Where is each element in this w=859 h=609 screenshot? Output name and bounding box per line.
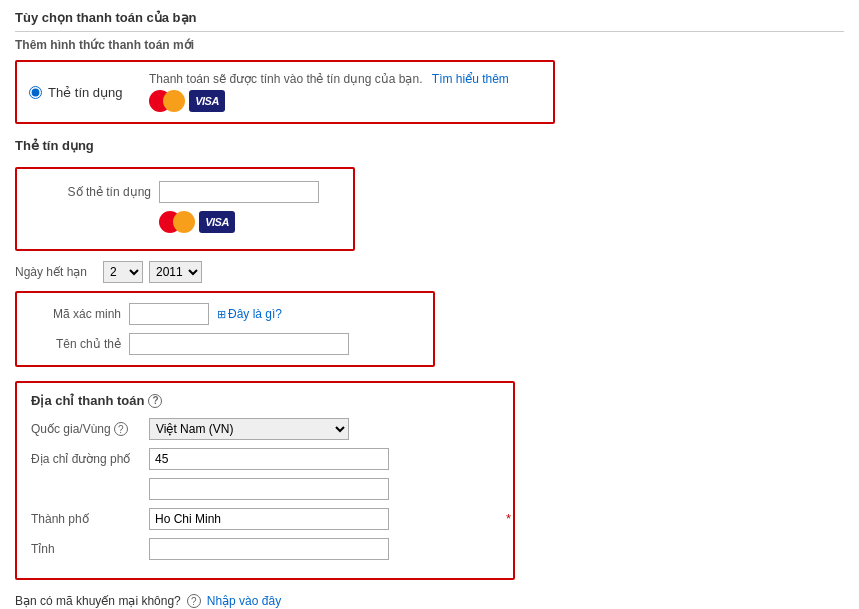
payment-desc-area: Thanh toán sẽ được tính vào thẻ tín dụng… xyxy=(149,72,541,112)
mc-right-circle xyxy=(163,90,185,112)
expiry-year-select[interactable]: 2011 2012 2013 2014 2015 2016 2017 2018 … xyxy=(149,261,202,283)
required-star: * xyxy=(506,511,511,526)
province-input[interactable] xyxy=(149,538,389,560)
country-row: Quốc gia/Vùng ? Việt Nam (VN) United Sta… xyxy=(31,418,499,440)
card-logos-row: VISA xyxy=(31,211,339,233)
promo-help-icon[interactable]: ? xyxy=(187,594,201,608)
expiry-month-select[interactable]: 1 2 3 4 5 6 7 8 9 10 11 12 xyxy=(103,261,143,283)
street-label: Địa chỉ đường phố xyxy=(31,452,141,466)
expiry-row: Ngày hết hạn 1 2 3 4 5 6 7 8 9 10 11 12 … xyxy=(15,261,844,283)
promo-row: Bạn có mã khuyến mại không? ? Nhập vào đ… xyxy=(15,594,844,608)
card-form-box: Số thẻ tín dụng VISA xyxy=(15,167,355,251)
cardholder-label: Tên chủ thẻ xyxy=(31,337,121,351)
expiry-label: Ngày hết hạn xyxy=(15,265,97,279)
credit-card-radio-label[interactable]: Thẻ tín dụng xyxy=(29,85,149,100)
learn-more-link[interactable]: Tìm hiểu thêm xyxy=(432,72,509,86)
card-icons: VISA xyxy=(149,90,541,112)
mc-right-2 xyxy=(173,211,195,233)
whats-this-link[interactable]: ⊞ Đây là gì? xyxy=(217,307,282,321)
mastercard-icon-form xyxy=(159,211,195,233)
divider-top xyxy=(15,31,844,32)
billing-section-title: Địa chỉ thanh toán xyxy=(31,393,144,408)
cardholder-row: Tên chủ thẻ xyxy=(31,333,419,355)
card-number-label: Số thẻ tín dụng xyxy=(31,185,151,199)
payment-option-box: Thẻ tín dụng Thanh toán sẽ được tính vào… xyxy=(15,60,555,124)
cardholder-input[interactable] xyxy=(129,333,349,355)
street-input-2[interactable] xyxy=(149,478,389,500)
card-number-input[interactable] xyxy=(159,181,319,203)
street-row-2 xyxy=(31,478,499,500)
billing-title-row: Địa chỉ thanh toán ? xyxy=(31,393,499,408)
province-label: Tỉnh xyxy=(31,542,141,556)
card-number-row: Số thẻ tín dụng xyxy=(31,181,339,203)
city-label: Thành phố xyxy=(31,512,141,526)
page-title: Tùy chọn thanh toán của bạn xyxy=(15,10,844,25)
whats-this-text: Đây là gì? xyxy=(228,307,282,321)
visa-icon: VISA xyxy=(189,90,225,112)
credit-card-section-title: Thẻ tín dụng xyxy=(15,138,844,153)
security-code-input[interactable] xyxy=(129,303,209,325)
country-label: Quốc gia/Vùng ? xyxy=(31,422,141,436)
city-row: Thành phố * xyxy=(31,508,499,530)
mastercard-icon xyxy=(149,90,185,112)
billing-box: Địa chỉ thanh toán ? Quốc gia/Vùng ? Việ… xyxy=(15,381,515,580)
payment-option-label: Thẻ tín dụng xyxy=(48,85,123,100)
payment-desc-text: Thanh toán sẽ được tính vào thẻ tín dụng… xyxy=(149,72,422,86)
city-input[interactable] xyxy=(149,508,389,530)
security-code-label: Mã xác minh xyxy=(31,307,121,321)
plus-icon: ⊞ xyxy=(217,308,226,321)
street-input-1[interactable] xyxy=(149,448,389,470)
visa-icon-form: VISA xyxy=(199,211,235,233)
credit-card-radio[interactable] xyxy=(29,86,42,99)
verification-box: Mã xác minh ⊞ Đây là gì? Tên chủ thẻ xyxy=(15,291,435,367)
street-row-1: Địa chỉ đường phố xyxy=(31,448,499,470)
promo-question-text: Bạn có mã khuyến mại không? xyxy=(15,594,181,608)
security-code-row: Mã xác minh ⊞ Đây là gì? xyxy=(31,303,419,325)
country-help-icon[interactable]: ? xyxy=(114,422,128,436)
promo-link[interactable]: Nhập vào đây xyxy=(207,594,281,608)
billing-help-icon[interactable]: ? xyxy=(148,394,162,408)
province-row: Tỉnh xyxy=(31,538,499,560)
add-payment-title: Thêm hình thức thanh toán mới xyxy=(15,38,844,52)
country-select[interactable]: Việt Nam (VN) United States (US) Japan (… xyxy=(149,418,349,440)
